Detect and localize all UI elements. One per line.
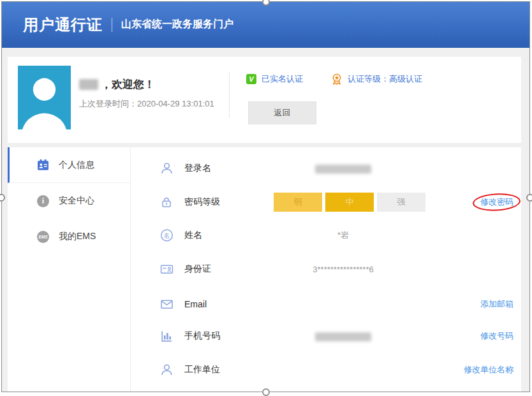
field-label: 工作单位 (184, 364, 220, 376)
user-icon (160, 363, 174, 377)
header-divider (112, 18, 112, 32)
welcome-line: ，欢迎您！ (79, 77, 155, 92)
verified-badge-label: 已实名认证 (262, 73, 303, 85)
masked-value (315, 332, 371, 341)
sidebar: 个人信息 i 安全中心 EMS 我的EMS (8, 147, 131, 392)
back-button[interactable]: 返回 (248, 101, 316, 124)
masked-username (79, 79, 98, 90)
verified-v-icon: V (246, 74, 256, 84)
vertical-divider (229, 72, 230, 118)
auth-level-badge: 认证等级：高级认证 (331, 73, 422, 85)
change-password-link[interactable]: 修改密码 (480, 196, 514, 208)
sidebar-item-security-center[interactable]: i 安全中心 (8, 183, 130, 219)
ems-icon: EMS (37, 231, 49, 243)
svg-text:名: 名 (164, 232, 170, 239)
sidebar-label: 我的EMS (59, 231, 96, 242)
field-value-masked (277, 331, 409, 341)
row-email: Email 添加邮箱 (131, 293, 521, 315)
user-card: ，欢迎您！ 上次登录时间：2020-04-29 13:01:01 V 已实名认证… (8, 57, 521, 143)
auth-level-label: 认证等级：高级认证 (348, 73, 422, 85)
email-icon (160, 298, 174, 311)
sidebar-item-my-ems[interactable]: EMS 我的EMS (8, 219, 130, 254)
profile-details: 登录名 密码等级 弱 中 强 修改密码 (131, 147, 521, 392)
profile-panel: 个人信息 i 安全中心 EMS 我的EMS 登录名 (8, 147, 521, 392)
field-label: Email (184, 299, 207, 309)
strength-bar-medium: 中 (325, 193, 374, 212)
mobile-icon (160, 330, 174, 343)
page-header: 用户通行证 山东省统一政务服务门户 (1, 1, 530, 48)
field-label: 密码等级 (184, 196, 220, 208)
info-icon: i (37, 195, 49, 207)
strength-bar-strong: 强 (377, 193, 425, 212)
field-value: 3****************6 (277, 265, 409, 274)
strength-bar-weak: 弱 (274, 193, 322, 212)
medal-icon (331, 73, 343, 85)
user-icon (160, 162, 174, 175)
badges-row: V 已实名认证 认证等级：高级认证 (246, 73, 422, 85)
row-login-name: 登录名 (131, 158, 521, 179)
row-mobile-number: 手机号码 修改号码 (131, 325, 521, 347)
change-unit-name-link[interactable]: 修改单位名称 (464, 364, 514, 376)
password-strength-meter: 弱 中 强 (274, 193, 425, 212)
page-subtitle: 山东省统一政务服务门户 (121, 18, 233, 31)
last-login-time: 上次登录时间：2020-04-29 13:01:01 (79, 98, 214, 110)
field-value: *岩 (277, 230, 409, 241)
page-title: 用户通行证 (23, 15, 103, 35)
field-label: 身份证 (184, 263, 211, 275)
field-value-masked (277, 163, 409, 173)
change-number-link[interactable]: 修改号码 (480, 330, 514, 342)
name-icon: 名 (160, 229, 174, 242)
person-avatar-icon (18, 71, 71, 129)
row-password-level: 密码等级 弱 中 强 修改密码 (131, 191, 521, 213)
row-name: 名 姓名 *岩 (131, 224, 521, 246)
add-email-link[interactable]: 添加邮箱 (480, 298, 514, 310)
id-card-icon (160, 263, 174, 276)
sidebar-label: 个人信息 (59, 159, 94, 171)
resize-handle-bottom[interactable] (262, 388, 270, 396)
field-label: 手机号码 (184, 330, 220, 342)
row-id-card: 身份证 3****************6 (131, 258, 521, 280)
masked-value (315, 165, 371, 173)
screenshot-canvas: 用户通行证 山东省统一政务服务门户 ，欢迎您！ 上次登录时间：2020-04-2… (1, 1, 530, 392)
row-work-unit: 工作单位 修改单位名称 (131, 359, 521, 381)
field-label: 登录名 (184, 163, 211, 174)
sidebar-item-personal-info[interactable]: 个人信息 (8, 147, 130, 183)
welcome-text: ，欢迎您！ (101, 77, 155, 92)
sidebar-label: 安全中心 (59, 195, 94, 207)
resize-handle-right[interactable] (526, 194, 532, 202)
personal-info-icon (37, 159, 49, 171)
avatar (18, 66, 71, 129)
verified-badge: V 已实名认证 (246, 73, 303, 85)
lock-icon (160, 196, 173, 209)
field-label: 姓名 (184, 230, 202, 241)
